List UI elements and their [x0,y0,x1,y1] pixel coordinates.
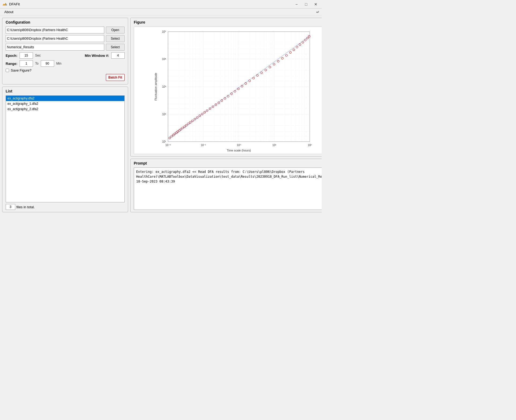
range-from-input[interactable] [20,60,33,67]
save-figure-row: Save Figure? [6,68,125,72]
epoch-input[interactable] [20,52,33,59]
close-button[interactable]: ✕ [312,1,320,7]
list-item[interactable]: ex_actigraphy_1.dfa2 [6,101,124,106]
list-title: List [6,89,125,93]
prompt-box: Entering: ex_actigraphy.dfa2 << Read DFA… [134,168,322,210]
menu-bar: About ↵ [0,9,322,16]
minimize-button[interactable]: − [293,1,300,7]
matlab-icon [2,2,8,7]
svg-text:10⁴: 10⁴ [162,58,166,61]
list-item[interactable]: ex_actigraphy.dfa2 [6,96,124,101]
config-row-1: Open [6,27,125,34]
range-to-label: To [35,62,39,65]
figure-panel: Figure [130,18,322,157]
min-window-label: Min Window #: [85,54,109,58]
save-figure-label: Save Figure? [11,68,31,72]
svg-text:10¹: 10¹ [162,140,166,143]
path2-input[interactable] [6,35,104,42]
path3-input[interactable] [6,44,104,51]
title-bar: DFAFit − □ ✕ [0,0,322,9]
select1-button[interactable]: Select [106,35,125,42]
chart-svg: 10⁻² 10⁻¹ 10⁰ 10¹ 10² 10¹ 10² 10³ 10⁴ 10… [134,27,322,154]
svg-marker-1 [6,3,7,5]
svg-text:10³: 10³ [162,85,166,88]
config-row-2: Select [6,35,125,42]
min-window-input[interactable] [111,52,125,59]
list-panel: List ex_actigraphy.dfa2ex_actigraphy_1.d… [2,87,128,212]
about-menu[interactable]: About [2,9,16,14]
epoch-unit: Sec [35,54,41,57]
svg-text:10²: 10² [162,113,166,116]
file-count-label: files in total. [16,205,35,209]
figure-area: 10⁻² 10⁻¹ 10⁰ 10¹ 10² 10¹ 10² 10³ 10⁴ 10… [134,27,322,154]
save-figure-checkbox[interactable] [6,69,9,72]
range-label: Range: [6,62,17,66]
svg-text:10⁵: 10⁵ [162,30,166,33]
epoch-row: Epoch: Sec Min Window #: [6,52,125,59]
svg-text:10⁰: 10⁰ [237,144,241,147]
list-box[interactable]: ex_actigraphy.dfa2ex_actigraphy_1.dfa2ex… [6,95,125,202]
window-title: DFAFit [9,2,20,6]
title-bar-controls: − □ ✕ [293,1,320,7]
file-count-value: 3 [6,204,15,210]
config-title: Configuration [6,20,125,24]
batch-fit-row: Batch Fit [6,74,125,81]
svg-text:10²: 10² [308,144,312,147]
svg-text:10⁻¹: 10⁻¹ [201,144,206,147]
main-content: Configuration Open Select Select Epoch: … [0,16,322,214]
file-count-row: 3 files in total. [6,204,125,210]
range-to-input[interactable] [41,60,54,67]
batch-fit-button[interactable]: Batch Fit [106,74,125,81]
x-axis-label: Time scale (hours) [227,149,251,152]
svg-text:10¹: 10¹ [272,144,276,147]
prompt-title: Prompt [134,161,322,165]
figure-title: Figure [134,20,322,24]
maximize-button[interactable]: □ [302,1,310,7]
left-panel: Configuration Open Select Select Epoch: … [2,18,128,212]
range-unit: Min [56,62,61,65]
prompt-panel: Prompt Entering: ex_actigraphy.dfa2 << R… [130,159,322,212]
config-row-3: Select [6,44,125,51]
right-panel: Figure [130,18,322,212]
y-axis-label: Fluctuation amplitude [154,73,157,101]
configuration-panel: Configuration Open Select Select Epoch: … [2,18,128,84]
svg-text:10⁻²: 10⁻² [165,144,171,147]
select2-button[interactable]: Select [106,44,125,51]
epoch-label: Epoch: [6,54,17,58]
list-item[interactable]: ex_actigraphy_2.dfa2 [6,106,124,112]
title-bar-left: DFAFit [2,2,20,7]
open-button[interactable]: Open [106,27,125,34]
path1-input[interactable] [6,27,104,34]
menu-arrow-icon: ↵ [316,10,320,14]
range-row: Range: To Min [6,60,125,67]
